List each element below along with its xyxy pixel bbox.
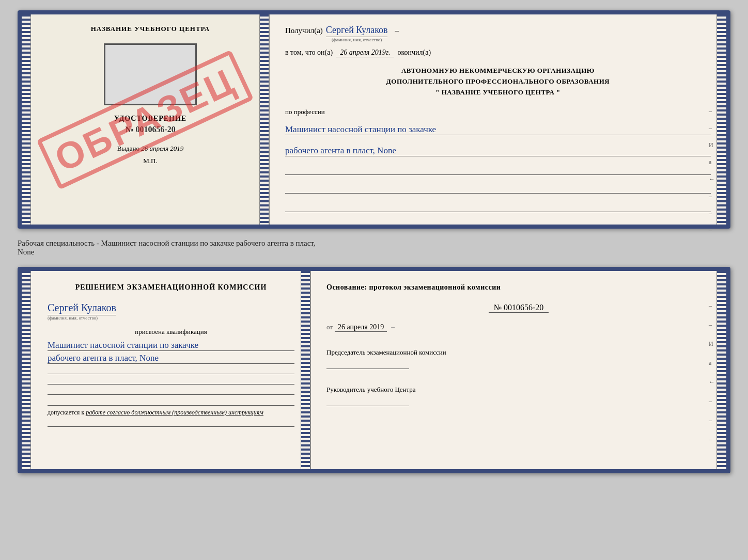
cert-number: № 0010656-20	[125, 125, 175, 134]
poluchil-row: Получил(а) Сергей Кулаков (фамилия, имя,…	[285, 25, 711, 42]
side-markers: – – И а ← – – –	[709, 107, 715, 234]
rukovoditel-label: Руководитель учебного Центра	[326, 386, 711, 394]
mp-label: М.П.	[143, 157, 157, 165]
right-stripe-of-left	[259, 14, 269, 225]
bottom-dash-2	[48, 376, 294, 385]
vydano-label: Выдано	[117, 145, 139, 152]
bottom-profession-line2: рабочего агента в пласт, None	[48, 353, 294, 364]
org-block: АВТОНОМНУЮ НЕКОММЕРЧЕСКУЮ ОРГАНИЗАЦИЮ ДО…	[285, 66, 711, 98]
bottom-profession-line1: Машинист насосной станции по закачке	[48, 340, 294, 351]
rukovoditel-signature-line	[326, 396, 409, 406]
profession-line1: Машинист насосной станции по закачке	[285, 124, 711, 135]
protocol-number: № 0010656-20	[489, 303, 549, 313]
bottom-doc-right: Основание: протокол экзаменационной коми…	[311, 271, 726, 469]
top-doc-right: Получил(а) Сергей Кулаков (фамилия, имя,…	[270, 14, 726, 225]
vtom-label: в том, что он(а)	[285, 49, 333, 57]
top-document: НАЗВАНИЕ УЧЕБНОГО ЦЕНТРА ОБРАЗЕЦ УДОСТОВ…	[18, 10, 730, 229]
left-decorative-stripe	[22, 14, 31, 225]
recipient-name: Сергей Кулаков	[326, 25, 388, 37]
resheniem-label: Решением экзаменационной комиссии	[48, 283, 294, 292]
bottom-dash-4	[48, 419, 294, 427]
vtom-row: в том, что он(а) 26 апреля 2019г. окончи…	[285, 49, 711, 57]
dopuskaetsya-prefix: допускается к	[48, 409, 84, 416]
photo-placeholder	[104, 43, 197, 105]
ot-row: от 26 апреля 2019 –	[326, 323, 711, 332]
po-professii-label: по профессии	[285, 108, 711, 116]
rukovoditel-block: Руководитель учебного Центра	[326, 386, 711, 406]
bottom-left-right-stripe	[301, 271, 310, 469]
osnov-label: Основание: протокол экзаменационной коми…	[326, 283, 711, 292]
vydano-row: Выдано 26 апреля 2019	[117, 134, 184, 153]
bottom-side-markers: – – И а ← – – –	[709, 302, 715, 443]
bottom-dash-3	[48, 387, 294, 395]
ot-label: от	[326, 323, 333, 331]
between-text: Рабочая специальность - Машинист насосно…	[18, 237, 730, 259]
dopuskaetsya-text: работе согласно должностным (производств…	[86, 409, 263, 416]
top-left-title: НАЗВАНИЕ УЧЕБНОГО ЦЕНТРА	[91, 25, 210, 33]
org-line2: ДОПОЛНИТЕЛЬНОГО ПРОФЕССИОНАЛЬНОГО ОБРАЗО…	[285, 76, 711, 87]
predsedatel-block: Председатель экзаменационной комиссии	[326, 348, 711, 369]
vtom-date: 26 апреля 2019г.	[336, 49, 394, 57]
okonchil-label: окончил(а)	[397, 49, 431, 57]
between-text-2: None	[18, 248, 35, 256]
bottom-left-stripe	[22, 271, 31, 469]
predsedatel-label: Председатель экзаменационной комиссии	[326, 348, 711, 357]
org-line3: " НАЗВАНИЕ УЧЕБНОГО ЦЕНТРА "	[285, 87, 711, 98]
predsedatel-signature-line	[326, 359, 409, 369]
cert-label: УДОСТОВЕРЕНИЕ	[114, 115, 186, 123]
poluchil-label: Получил(а)	[285, 26, 323, 35]
vydano-date: 26 апреля 2019	[141, 145, 183, 152]
dash-line-2	[285, 185, 711, 194]
prisvoyena-label: присвоена квалификация	[48, 328, 294, 336]
bottom-dash-1	[48, 366, 294, 374]
name-hint: (фамилия, имя, отчество)	[332, 37, 382, 42]
between-text-main: Рабочая специальность - Машинист насосно…	[18, 239, 316, 247]
bottom-name-hint: (фамилия, имя, отчество)	[48, 315, 98, 321]
ot-date-value: 26 апреля 2019	[335, 323, 387, 332]
bottom-doc-left: Решением экзаменационной комиссии Сергей…	[22, 271, 311, 469]
dash-line-1	[285, 167, 711, 175]
org-line1: АВТОНОМНУЮ НЕКОММЕРЧЕСКУЮ ОРГАНИЗАЦИЮ	[285, 66, 711, 76]
top-doc-left: НАЗВАНИЕ УЧЕБНОГО ЦЕНТРА ОБРАЗЕЦ УДОСТОВ…	[22, 14, 270, 225]
profession-line2: рабочего агента в пласт, None	[285, 146, 711, 156]
bottom-document: Решением экзаменационной комиссии Сергей…	[18, 267, 730, 473]
dash-line-3	[285, 204, 711, 212]
dopuskaetsya-block: допускается к работе согласно должностны…	[48, 405, 294, 417]
bottom-person-name: Сергей Кулаков	[48, 302, 116, 315]
